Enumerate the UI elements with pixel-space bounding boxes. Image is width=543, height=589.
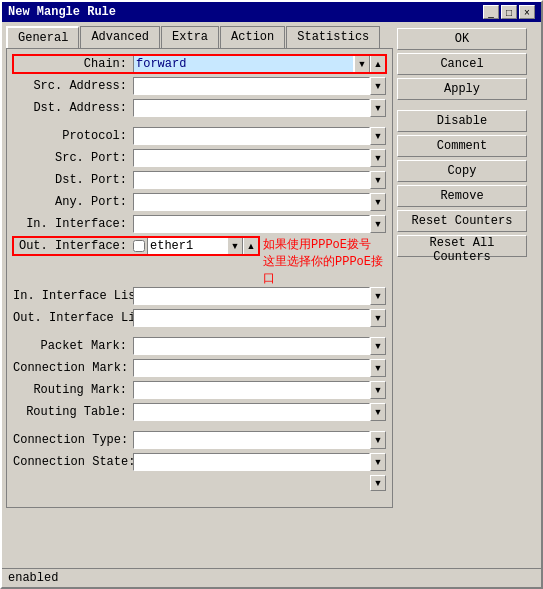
connection-type-dropdown[interactable]: ▼ [370,431,386,449]
in-interface-list-input[interactable] [133,287,370,305]
chain-dropdown-btn[interactable]: ▼ [354,55,370,73]
maximize-button[interactable]: □ [501,5,517,19]
connection-state-row: Connection State: ▼ [13,453,386,471]
out-interface-input[interactable] [147,237,227,255]
connection-state-label: Connection State: [13,455,133,469]
chain-input[interactable] [133,55,354,73]
main-window: New Mangle Rule _ □ × General Advanced E… [0,0,543,589]
connection-type-input[interactable] [133,431,370,449]
routing-table-dropdown[interactable]: ▼ [370,403,386,421]
in-interface-list-input-wrap: ▼ [133,287,386,305]
src-address-input-wrap: ▼ [133,77,386,95]
close-button[interactable]: × [519,5,535,19]
dst-port-dropdown[interactable]: ▼ [370,171,386,189]
dst-address-input-wrap: ▼ [133,99,386,117]
connection-state-dropdown[interactable]: ▼ [370,453,386,471]
cancel-button[interactable]: Cancel [397,53,527,75]
in-interface-label: In. Interface: [13,217,133,231]
packet-mark-row: Packet Mark: ▼ [13,337,386,355]
remove-button[interactable]: Remove [397,185,527,207]
routing-table-input[interactable] [133,403,370,421]
dst-port-row: Dst. Port: ▼ [13,171,386,189]
annotation-line1: 如果使用PPPoE拨号 [263,237,386,254]
routing-table-row: Routing Table: ▼ [13,403,386,421]
out-interface-input-wrap: ▼ ▲ [133,237,259,255]
src-port-row: Src. Port: ▼ [13,149,386,167]
packet-mark-label: Packet Mark: [13,339,133,353]
routing-table-label: Routing Table: [13,405,133,419]
minimize-button[interactable]: _ [483,5,499,19]
connection-mark-input-wrap: ▼ [133,359,386,377]
dst-address-input[interactable] [133,99,370,117]
src-port-input[interactable] [133,149,370,167]
tab-action[interactable]: Action [220,26,285,48]
any-port-row: Any. Port: ▼ [13,193,386,211]
dst-address-dropdown[interactable]: ▼ [370,99,386,117]
tab-general[interactable]: General [6,26,79,48]
scroll-down-btn[interactable]: ▼ [370,475,386,491]
ok-button[interactable]: OK [397,28,527,50]
window-title: New Mangle Rule [8,5,116,19]
chain-up-btn[interactable]: ▲ [370,55,386,73]
packet-mark-input[interactable] [133,337,370,355]
tab-extra[interactable]: Extra [161,26,219,48]
protocol-input[interactable] [133,127,370,145]
right-panel: OK Cancel Apply Disable Comment Copy Rem… [397,26,537,508]
dst-address-label: Dst. Address: [13,101,133,115]
dst-port-input-wrap: ▼ [133,171,386,189]
comment-button[interactable]: Comment [397,135,527,157]
out-interface-up-btn[interactable]: ▲ [243,237,259,255]
connection-mark-label: Connection Mark: [13,361,133,375]
packet-mark-dropdown[interactable]: ▼ [370,337,386,355]
connection-mark-input[interactable] [133,359,370,377]
dst-port-label: Dst. Port: [13,173,133,187]
protocol-dropdown[interactable]: ▼ [370,127,386,145]
out-interface-list-label: Out. Interface List: [13,311,133,325]
any-port-dropdown[interactable]: ▼ [370,193,386,211]
out-interface-dropdown[interactable]: ▼ [227,237,243,255]
annotation-line2: 这里选择你的PPPoE接口 [263,254,386,288]
src-address-row: Src. Address: ▼ [13,77,386,95]
routing-mark-dropdown[interactable]: ▼ [370,381,386,399]
out-interface-list-input[interactable] [133,309,370,327]
in-interface-list-row: In. Interface List: ▼ [13,287,386,305]
out-interface-checkbox[interactable] [133,240,145,252]
copy-button[interactable]: Copy [397,160,527,182]
annotation-text: 如果使用PPPoE拨号 这里选择你的PPPoE接口 [263,237,386,287]
out-interface-label: Out. Interface: [13,239,133,253]
connection-type-label: Connection Type: [13,433,133,447]
out-interface-list-dropdown[interactable]: ▼ [370,309,386,327]
tab-content: Chain: ▼ ▲ Src. Address: ▼ [6,48,393,508]
tab-bar: General Advanced Extra Action Statistics [6,26,393,48]
apply-button[interactable]: Apply [397,78,527,100]
routing-mark-row: Routing Mark: ▼ [13,381,386,399]
disable-button[interactable]: Disable [397,110,527,132]
chain-row: Chain: ▼ ▲ [13,55,386,73]
chain-input-wrap: ▼ ▲ [133,55,386,73]
protocol-row: Protocol: ▼ [13,127,386,145]
dst-port-input[interactable] [133,171,370,189]
in-interface-list-dropdown[interactable]: ▼ [370,287,386,305]
in-interface-dropdown[interactable]: ▼ [370,215,386,233]
title-bar: New Mangle Rule _ □ × [2,2,541,22]
src-address-input[interactable] [133,77,370,95]
src-address-dropdown[interactable]: ▼ [370,77,386,95]
status-text: enabled [8,571,58,585]
out-interface-list-input-wrap: ▼ [133,309,386,327]
any-port-input[interactable] [133,193,370,211]
reset-all-counters-button[interactable]: Reset All Counters [397,235,527,257]
out-interface-list-row: Out. Interface List: ▼ [13,309,386,327]
connection-state-input[interactable] [133,453,370,471]
reset-counters-button[interactable]: Reset Counters [397,210,527,232]
out-interface-section: Out. Interface: ▼ ▲ 如果使用PPPoE拨号 这里选择你的PP… [13,237,386,287]
packet-mark-input-wrap: ▼ [133,337,386,355]
src-port-dropdown[interactable]: ▼ [370,149,386,167]
in-interface-input[interactable] [133,215,370,233]
routing-mark-input[interactable] [133,381,370,399]
src-address-label: Src. Address: [13,79,133,93]
dst-address-row: Dst. Address: ▼ [13,99,386,117]
connection-mark-dropdown[interactable]: ▼ [370,359,386,377]
tab-statistics[interactable]: Statistics [286,26,380,48]
tab-advanced[interactable]: Advanced [80,26,160,48]
any-port-label: Any. Port: [13,195,133,209]
